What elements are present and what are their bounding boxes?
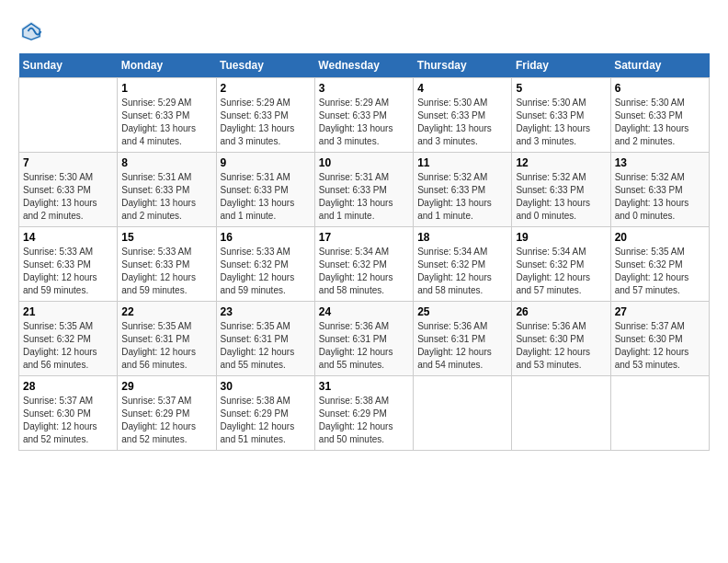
calendar-cell: 28Sunrise: 5:37 AM Sunset: 6:30 PM Dayli… [19,376,118,451]
calendar-week-row: 7Sunrise: 5:30 AM Sunset: 6:33 PM Daylig… [19,153,710,227]
svg-marker-0 [22,22,41,41]
day-number: 18 [417,231,507,244]
logo-icon [18,18,44,44]
day-info: Sunrise: 5:30 AM Sunset: 6:33 PM Dayligh… [417,97,507,148]
day-info: Sunrise: 5:33 AM Sunset: 6:33 PM Dayligh… [121,246,211,297]
day-number: 27 [615,305,705,318]
day-info: Sunrise: 5:32 AM Sunset: 6:33 PM Dayligh… [615,171,705,223]
day-info: Sunrise: 5:32 AM Sunset: 6:33 PM Dayligh… [417,171,507,223]
day-info: Sunrise: 5:33 AM Sunset: 6:32 PM Dayligh… [221,246,311,297]
calendar-cell: 3Sunrise: 5:29 AM Sunset: 6:33 PM Daylig… [314,78,413,153]
calendar-cell: 20Sunrise: 5:35 AM Sunset: 6:32 PM Dayli… [610,227,709,302]
calendar-cell: 22Sunrise: 5:35 AM Sunset: 6:31 PM Dayli… [118,302,216,376]
calendar-cell: 19Sunrise: 5:34 AM Sunset: 6:32 PM Dayli… [512,227,610,302]
calendar-cell: 24Sunrise: 5:36 AM Sunset: 6:31 PM Dayli… [314,302,413,376]
calendar-cell: 25Sunrise: 5:36 AM Sunset: 6:31 PM Dayli… [414,302,512,376]
calendar-week-row: 1Sunrise: 5:29 AM Sunset: 6:33 PM Daylig… [19,78,710,153]
day-number: 31 [319,380,409,393]
day-number: 17 [319,231,409,244]
calendar-cell: 9Sunrise: 5:31 AM Sunset: 6:33 PM Daylig… [216,153,314,227]
day-info: Sunrise: 5:37 AM Sunset: 6:29 PM Dayligh… [121,395,211,446]
day-info: Sunrise: 5:35 AM Sunset: 6:32 PM Dayligh… [23,320,113,372]
day-info: Sunrise: 5:29 AM Sunset: 6:33 PM Dayligh… [121,97,211,148]
calendar-cell: 6Sunrise: 5:30 AM Sunset: 6:33 PM Daylig… [610,78,709,153]
day-info: Sunrise: 5:29 AM Sunset: 6:33 PM Dayligh… [221,97,311,148]
day-info: Sunrise: 5:30 AM Sunset: 6:33 PM Dayligh… [23,171,113,223]
calendar-cell: 7Sunrise: 5:30 AM Sunset: 6:33 PM Daylig… [19,153,118,227]
day-info: Sunrise: 5:36 AM Sunset: 6:30 PM Dayligh… [516,320,606,372]
calendar-cell: 26Sunrise: 5:36 AM Sunset: 6:30 PM Dayli… [512,302,610,376]
calendar-week-row: 28Sunrise: 5:37 AM Sunset: 6:30 PM Dayli… [19,376,710,451]
day-number: 12 [516,156,606,169]
day-info: Sunrise: 5:34 AM Sunset: 6:32 PM Dayligh… [516,246,606,297]
day-number: 16 [221,231,311,244]
day-number: 4 [417,82,507,95]
day-number: 19 [516,231,606,244]
day-info: Sunrise: 5:30 AM Sunset: 6:33 PM Dayligh… [516,97,606,148]
day-info: Sunrise: 5:38 AM Sunset: 6:29 PM Dayligh… [319,395,409,446]
calendar-cell: 18Sunrise: 5:34 AM Sunset: 6:32 PM Dayli… [414,227,512,302]
calendar-cell: 11Sunrise: 5:32 AM Sunset: 6:33 PM Dayli… [414,153,512,227]
calendar-cell: 4Sunrise: 5:30 AM Sunset: 6:33 PM Daylig… [414,78,512,153]
day-info: Sunrise: 5:31 AM Sunset: 6:33 PM Dayligh… [121,171,211,223]
weekday-header: Friday [512,53,610,78]
day-info: Sunrise: 5:38 AM Sunset: 6:29 PM Dayligh… [221,395,311,446]
day-number: 20 [615,231,705,244]
page-header [18,18,710,44]
calendar-cell: 23Sunrise: 5:35 AM Sunset: 6:31 PM Dayli… [216,302,314,376]
day-number: 11 [417,156,507,169]
day-number: 9 [221,156,311,169]
day-number: 25 [417,305,507,318]
day-info: Sunrise: 5:32 AM Sunset: 6:33 PM Dayligh… [516,171,606,223]
day-number: 2 [221,82,311,95]
day-number: 7 [23,156,113,169]
day-info: Sunrise: 5:35 AM Sunset: 6:32 PM Dayligh… [615,246,705,297]
day-info: Sunrise: 5:30 AM Sunset: 6:33 PM Dayligh… [615,97,705,148]
calendar-cell: 30Sunrise: 5:38 AM Sunset: 6:29 PM Dayli… [216,376,314,451]
header-row: SundayMondayTuesdayWednesdayThursdayFrid… [19,53,710,78]
day-number: 3 [319,82,409,95]
calendar-cell: 17Sunrise: 5:34 AM Sunset: 6:32 PM Dayli… [314,227,413,302]
weekday-header: Wednesday [314,53,413,78]
day-info: Sunrise: 5:37 AM Sunset: 6:30 PM Dayligh… [23,395,113,446]
calendar-cell [512,376,610,451]
calendar-week-row: 14Sunrise: 5:33 AM Sunset: 6:33 PM Dayli… [19,227,710,302]
day-number: 22 [121,305,211,318]
day-number: 30 [221,380,311,393]
weekday-header: Monday [118,53,216,78]
day-number: 26 [516,305,606,318]
day-number: 8 [121,156,211,169]
day-number: 29 [121,380,211,393]
day-number: 28 [23,380,113,393]
day-info: Sunrise: 5:34 AM Sunset: 6:32 PM Dayligh… [417,246,507,297]
day-info: Sunrise: 5:31 AM Sunset: 6:33 PM Dayligh… [221,171,311,223]
day-info: Sunrise: 5:29 AM Sunset: 6:33 PM Dayligh… [319,97,409,148]
day-number: 23 [221,305,311,318]
calendar-cell: 27Sunrise: 5:37 AM Sunset: 6:30 PM Dayli… [610,302,709,376]
calendar-cell: 21Sunrise: 5:35 AM Sunset: 6:32 PM Dayli… [19,302,118,376]
day-number: 13 [615,156,705,169]
day-info: Sunrise: 5:36 AM Sunset: 6:31 PM Dayligh… [417,320,507,372]
calendar-cell: 1Sunrise: 5:29 AM Sunset: 6:33 PM Daylig… [118,78,216,153]
calendar-table: SundayMondayTuesdayWednesdayThursdayFrid… [18,53,710,451]
logo [18,18,48,44]
calendar-cell [19,78,118,153]
day-number: 6 [615,82,705,95]
day-number: 24 [319,305,409,318]
calendar-cell: 13Sunrise: 5:32 AM Sunset: 6:33 PM Dayli… [610,153,709,227]
day-info: Sunrise: 5:36 AM Sunset: 6:31 PM Dayligh… [319,320,409,372]
weekday-header: Thursday [414,53,512,78]
calendar-cell: 12Sunrise: 5:32 AM Sunset: 6:33 PM Dayli… [512,153,610,227]
calendar-cell: 5Sunrise: 5:30 AM Sunset: 6:33 PM Daylig… [512,78,610,153]
weekday-header: Tuesday [216,53,314,78]
day-info: Sunrise: 5:34 AM Sunset: 6:32 PM Dayligh… [319,246,409,297]
calendar-cell: 10Sunrise: 5:31 AM Sunset: 6:33 PM Dayli… [314,153,413,227]
calendar-cell: 8Sunrise: 5:31 AM Sunset: 6:33 PM Daylig… [118,153,216,227]
calendar-cell [414,376,512,451]
day-info: Sunrise: 5:35 AM Sunset: 6:31 PM Dayligh… [121,320,211,372]
weekday-header: Sunday [19,53,118,78]
calendar-week-row: 21Sunrise: 5:35 AM Sunset: 6:32 PM Dayli… [19,302,710,376]
calendar-cell: 15Sunrise: 5:33 AM Sunset: 6:33 PM Dayli… [118,227,216,302]
day-number: 21 [23,305,113,318]
calendar-cell: 31Sunrise: 5:38 AM Sunset: 6:29 PM Dayli… [314,376,413,451]
